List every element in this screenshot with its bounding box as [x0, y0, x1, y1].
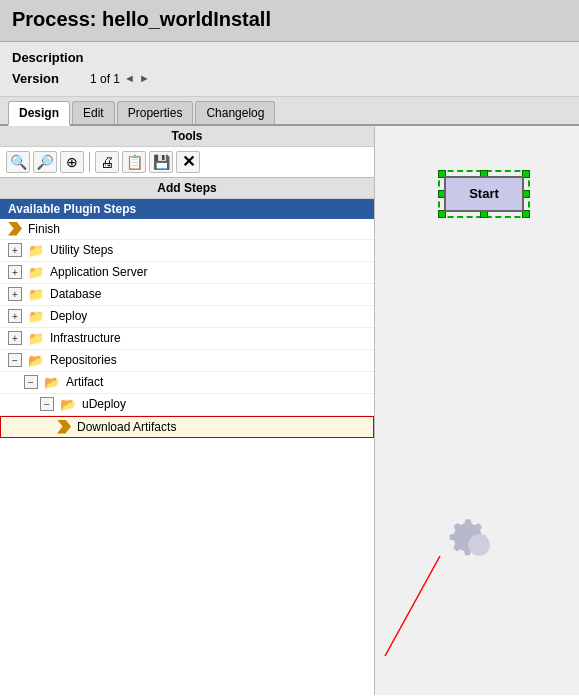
gear-icon	[449, 515, 509, 575]
save-button[interactable]: 💾	[149, 151, 173, 173]
step-label: Download Artifacts	[77, 420, 176, 434]
list-item[interactable]: + 📁 Utility Steps	[0, 240, 374, 262]
list-item[interactable]: − 📂 uDeploy	[0, 394, 374, 416]
tools-bar: 🔍 🔍 ⊕ 🖨 📋 💾 ✕	[0, 147, 374, 177]
step-label: Deploy	[50, 309, 87, 323]
zoom-out-button[interactable]: 🔍	[33, 151, 57, 173]
magnify-button[interactable]: ⊕	[60, 151, 84, 173]
step-label: Database	[50, 287, 101, 301]
svg-point-0	[468, 534, 490, 556]
list-item[interactable]: − 📂 Repositories	[0, 350, 374, 372]
delete-icon: ✕	[182, 152, 195, 171]
expand-icon[interactable]: +	[8, 265, 22, 279]
add-steps-header: Add Steps	[0, 178, 374, 199]
folder-icon: 📂	[44, 375, 60, 390]
page-title: Process: hello_worldInstall	[0, 0, 579, 42]
tools-section: Tools 🔍 🔍 ⊕ 🖨 📋 💾	[0, 126, 374, 178]
version-value: 1 of 1	[90, 70, 120, 89]
copy-icon: 📋	[126, 154, 143, 170]
save-icon: 💾	[153, 154, 170, 170]
start-node[interactable]: Start	[444, 176, 524, 212]
svg-line-1	[385, 556, 440, 656]
finish-icon	[8, 222, 22, 236]
description-label: Description	[12, 48, 84, 69]
step-label: uDeploy	[82, 397, 126, 411]
tab-changelog[interactable]: Changelog	[195, 101, 275, 124]
step-label: Infrastructure	[50, 331, 121, 345]
tab-design[interactable]: Design	[8, 101, 70, 126]
print-button[interactable]: 🖨	[95, 151, 119, 173]
list-item[interactable]: + 📁 Database	[0, 284, 374, 306]
expand-icon[interactable]: −	[40, 397, 54, 411]
zoom-out-icon: 🔍	[37, 154, 54, 170]
version-label: Version	[12, 69, 82, 90]
step-icon	[57, 420, 71, 434]
left-panel: Tools 🔍 🔍 ⊕ 🖨 📋 💾	[0, 126, 375, 695]
download-artifacts-item[interactable]: Download Artifacts	[0, 416, 374, 438]
prev-arrow[interactable]: ◄	[124, 70, 135, 88]
step-list: Finish + 📁 Utility Steps + 📁 Application…	[0, 219, 374, 438]
separator-1	[89, 152, 90, 172]
zoom-in-icon: 🔍	[10, 154, 27, 170]
list-item[interactable]: Finish	[0, 219, 374, 240]
expand-icon[interactable]: +	[8, 331, 22, 345]
folder-icon: 📁	[28, 331, 44, 346]
step-label: Artifact	[66, 375, 103, 389]
start-node-label: Start	[469, 186, 499, 201]
list-item[interactable]: + 📁 Infrastructure	[0, 328, 374, 350]
folder-icon: 📁	[28, 309, 44, 324]
expand-icon[interactable]: −	[24, 375, 38, 389]
step-label: Finish	[28, 222, 60, 236]
expand-icon[interactable]: +	[8, 309, 22, 323]
list-item[interactable]: + 📁 Deploy	[0, 306, 374, 328]
zoom-in-button[interactable]: 🔍	[6, 151, 30, 173]
tab-properties[interactable]: Properties	[117, 101, 194, 124]
plugin-header: Available Plugin Steps	[0, 199, 374, 219]
expand-icon[interactable]: +	[8, 287, 22, 301]
tabs-bar: Design Edit Properties Changelog	[0, 97, 579, 126]
version-nav: 1 of 1 ◄ ►	[90, 70, 150, 89]
folder-icon: 📁	[28, 243, 44, 258]
folder-icon: 📁	[28, 287, 44, 302]
meta-section: Description Version 1 of 1 ◄ ►	[0, 42, 579, 97]
magnify-icon: ⊕	[66, 154, 78, 170]
folder-icon: 📂	[60, 397, 76, 412]
next-arrow[interactable]: ►	[139, 70, 150, 88]
delete-button[interactable]: ✕	[176, 151, 200, 173]
copy-button[interactable]: 📋	[122, 151, 146, 173]
folder-icon: 📁	[28, 265, 44, 280]
step-label: Utility Steps	[50, 243, 113, 257]
add-steps-section: Add Steps Available Plugin Steps Finish …	[0, 178, 374, 695]
tools-header: Tools	[0, 126, 374, 147]
expand-icon[interactable]: +	[8, 243, 22, 257]
list-item[interactable]: + 📁 Application Server	[0, 262, 374, 284]
content-area: Tools 🔍 🔍 ⊕ 🖨 📋 💾	[0, 126, 579, 695]
step-label: Application Server	[50, 265, 147, 279]
expand-icon[interactable]: −	[8, 353, 22, 367]
step-label: Repositories	[50, 353, 117, 367]
right-panel: Start	[375, 126, 579, 695]
tab-edit[interactable]: Edit	[72, 101, 115, 124]
print-icon: 🖨	[100, 154, 114, 170]
list-item[interactable]: − 📂 Artifact	[0, 372, 374, 394]
folder-icon: 📂	[28, 353, 44, 368]
